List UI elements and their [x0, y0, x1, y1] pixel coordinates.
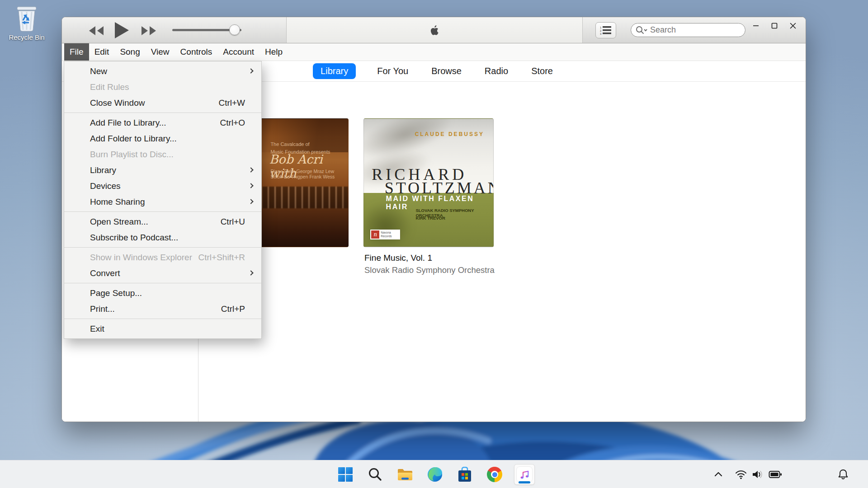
file-menu-add-file[interactable]: Add File to Library...Ctrl+O — [64, 115, 261, 131]
recycle-bin-label: Recycle Bin — [6, 33, 47, 41]
menu-controls[interactable]: Controls — [175, 43, 218, 61]
menu-file[interactable]: File — [64, 43, 89, 61]
menu-help[interactable]: Help — [259, 43, 288, 61]
bell-icon — [837, 469, 849, 480]
tab-for-you[interactable]: For You — [375, 63, 410, 79]
fast-forward-button[interactable] — [140, 26, 158, 36]
submenu-chevron-icon — [248, 167, 253, 172]
file-explorer-button[interactable] — [395, 464, 415, 485]
microsoft-store-button[interactable] — [454, 464, 475, 485]
search-icon — [636, 26, 647, 35]
view-list-button[interactable]: 1 2 3 — [595, 22, 616, 38]
file-menu-exit[interactable]: Exit — [64, 321, 261, 337]
album1-piano-keys — [247, 187, 348, 208]
maximize-button[interactable] — [768, 19, 781, 32]
menu-song[interactable]: Song — [114, 43, 145, 61]
file-menu-dropdown: New Edit Rules Close WindowCtrl+W Add Fi… — [64, 61, 262, 339]
album2-conductor: KIRK TREVOR — [415, 216, 445, 221]
tab-browse[interactable]: Browse — [429, 63, 463, 79]
svg-text:1: 1 — [600, 26, 602, 29]
album1-presenter-line1: The Cavalcade of — [270, 141, 330, 148]
file-menu-edit-rules: Edit Rules — [64, 79, 261, 95]
recycle-bin[interactable]: Recycle Bin — [6, 5, 47, 41]
start-button[interactable] — [335, 464, 356, 485]
shortcut-label: Ctrl+O — [220, 118, 245, 128]
svg-text:2: 2 — [600, 29, 602, 32]
chevron-up-icon — [713, 469, 723, 479]
tab-store[interactable]: Store — [529, 63, 555, 79]
recycle-bin-icon — [14, 5, 39, 33]
album2-caption: Fine Music, Vol. 1 Slovak Radio Symphony… — [364, 253, 495, 275]
record-label-logo: n Navona Records — [370, 230, 400, 239]
wifi-icon — [735, 469, 747, 480]
tab-radio[interactable]: Radio — [483, 63, 510, 79]
file-menu-library[interactable]: Library — [64, 162, 261, 178]
play-button[interactable] — [113, 22, 130, 39]
taskbar-search-icon — [368, 467, 382, 482]
edge-icon — [427, 467, 443, 482]
itunes-icon — [516, 466, 533, 483]
file-menu-open-stream[interactable]: Open Stream...Ctrl+U — [64, 214, 261, 230]
menu-view[interactable]: View — [146, 43, 175, 61]
file-menu-subscribe-podcast[interactable]: Subscribe to Podcast... — [64, 230, 261, 245]
submenu-chevron-icon — [248, 270, 253, 275]
file-menu-add-folder[interactable]: Add Folder to Library... — [64, 131, 261, 146]
record-label-mark: n — [371, 230, 379, 239]
close-button[interactable] — [787, 19, 799, 32]
taskbar-search-button[interactable] — [365, 464, 386, 485]
itunes-button[interactable] — [514, 464, 535, 485]
edge-button[interactable] — [425, 464, 445, 485]
menu-bar: File Edit Song View Controls Account Hel… — [62, 43, 806, 61]
volume-status[interactable] — [751, 460, 764, 488]
chrome-icon — [487, 467, 502, 482]
microsoft-store-icon — [458, 467, 472, 482]
notifications-button[interactable] — [837, 460, 849, 488]
file-menu-new[interactable]: New — [64, 63, 261, 79]
file-menu-show-in-explorer: Show in Windows ExplorerCtrl+Shift+R — [64, 249, 261, 265]
shortcut-label: Ctrl+P — [221, 304, 245, 314]
active-app-indicator — [519, 481, 530, 483]
menu-separator — [64, 247, 261, 248]
battery-status[interactable] — [769, 460, 782, 488]
file-explorer-icon — [397, 467, 413, 482]
file-menu-page-setup[interactable]: Page Setup... — [64, 285, 261, 301]
file-menu-burn-playlist: Burn Playlist to Disc... — [64, 146, 261, 162]
album-title[interactable]: Fine Music, Vol. 1 — [364, 253, 495, 263]
chrome-button[interactable] — [484, 464, 505, 485]
svg-text:3: 3 — [600, 33, 602, 35]
menu-account[interactable]: Account — [217, 43, 259, 61]
submenu-chevron-icon — [248, 68, 253, 73]
shortcut-label: Ctrl+Shift+R — [198, 253, 245, 263]
file-menu-home-sharing[interactable]: Home Sharing — [64, 194, 261, 210]
album-art-fine-music[interactable]: CLAUDE DEBUSSY RICHARD STOLTZMAN MAID WI… — [363, 118, 494, 247]
speaker-icon — [751, 469, 764, 480]
apple-logo-icon — [426, 22, 440, 38]
rewind-button[interactable] — [87, 26, 105, 36]
menu-edit[interactable]: Edit — [89, 43, 115, 61]
file-menu-print[interactable]: Print...Ctrl+P — [64, 301, 261, 317]
toolbar: 1 2 3 — [62, 17, 806, 43]
album-artist[interactable]: Slovak Radio Symphony Orchestra — [364, 265, 495, 275]
taskbar — [0, 460, 868, 488]
wifi-status[interactable] — [735, 460, 747, 488]
tab-library[interactable]: Library — [313, 63, 356, 79]
menu-separator — [64, 113, 261, 113]
minimize-button[interactable] — [750, 19, 762, 32]
submenu-chevron-icon — [248, 183, 253, 188]
menu-separator — [64, 319, 261, 319]
search-box[interactable] — [631, 23, 745, 37]
menu-separator — [64, 211, 261, 212]
file-menu-devices[interactable]: Devices — [64, 178, 261, 194]
itunes-window: 1 2 3 — [61, 17, 806, 422]
file-menu-convert[interactable]: Convert — [64, 265, 261, 281]
album1-musicians: Diane Delin George Mraz Lew Soloff Ed Th… — [270, 169, 343, 179]
hidden-icons-button[interactable] — [713, 460, 723, 488]
volume-slider-knob[interactable] — [229, 24, 240, 35]
album2-composer: CLAUDE DEBUSSY — [415, 131, 484, 137]
windows-start-icon — [338, 467, 353, 482]
shortcut-label: Ctrl+U — [221, 217, 245, 227]
search-input[interactable] — [650, 25, 741, 35]
battery-icon — [769, 469, 782, 479]
shortcut-label: Ctrl+W — [218, 98, 245, 108]
file-menu-close-window[interactable]: Close WindowCtrl+W — [64, 95, 261, 111]
